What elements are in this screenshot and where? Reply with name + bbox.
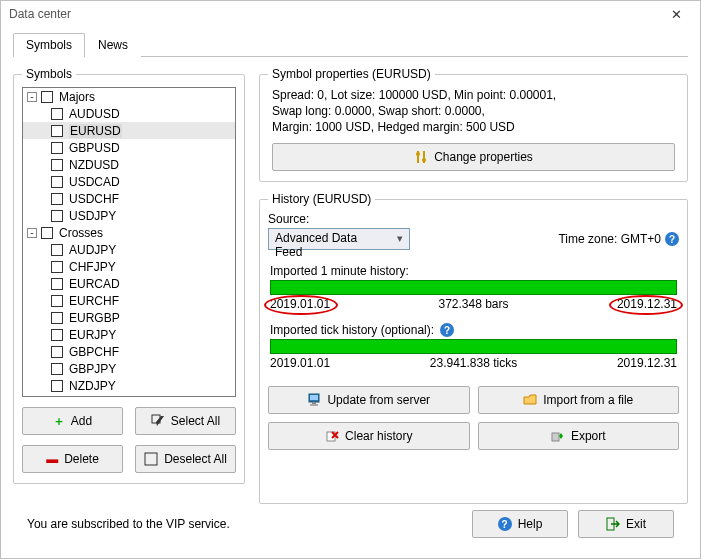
tree-symbol[interactable]: AUDJPY	[23, 241, 235, 258]
tree-checkbox[interactable]	[51, 108, 63, 120]
clear-icon	[325, 429, 339, 443]
help-button[interactable]: ? Help	[472, 510, 568, 538]
history-body: Source: Advanced Data Feed Time zone: GM…	[268, 212, 679, 450]
symbol-buttons-row1: ＋ Add Select All	[22, 407, 236, 435]
tree-label: NZDUSD	[69, 158, 119, 172]
help-icon[interactable]: ?	[665, 232, 679, 246]
tree-checkbox[interactable]	[51, 125, 63, 137]
tree-label: Majors	[59, 90, 95, 104]
minute-history-block: Imported 1 minute history: 2019.01.01 37…	[270, 264, 677, 311]
server-icon	[307, 393, 321, 407]
window-controls: ✕	[656, 4, 696, 24]
tree-symbol[interactable]: EURGBP	[23, 309, 235, 326]
help-icon[interactable]: ?	[440, 323, 454, 337]
tree-symbol[interactable]: EURJPY	[23, 326, 235, 343]
deselect-all-button[interactable]: Deselect All	[135, 445, 236, 473]
window: Data center ✕ Symbols News Symbols -Majo…	[0, 0, 701, 559]
tree-checkbox[interactable]	[51, 346, 63, 358]
add-button[interactable]: ＋ Add	[22, 407, 123, 435]
tree-checkbox[interactable]	[51, 193, 63, 205]
tree-group[interactable]: -Crypto	[23, 394, 235, 397]
close-button[interactable]: ✕	[656, 4, 696, 24]
update-from-server-button[interactable]: Update from server	[268, 386, 470, 414]
minute-history-bar	[270, 280, 677, 295]
tree-symbol[interactable]: GBPJPY	[23, 360, 235, 377]
import-from-file-button[interactable]: Import from a file	[478, 386, 680, 414]
tick-to: 2019.12.31	[617, 356, 677, 370]
tree-symbol[interactable]: EURUSD	[23, 122, 235, 139]
clear-history-button[interactable]: Clear history	[268, 422, 470, 450]
tree-symbol[interactable]: EURCAD	[23, 275, 235, 292]
svg-point-5	[422, 158, 426, 162]
tick-history-labels: 2019.01.01 23.941.838 ticks 2019.12.31	[270, 356, 677, 370]
tree-label: GBPCHF	[69, 345, 119, 359]
tab-news[interactable]: News	[85, 33, 141, 57]
svg-rect-9	[310, 404, 318, 406]
tree-group[interactable]: -Crosses	[23, 224, 235, 241]
tree-checkbox[interactable]	[51, 159, 63, 171]
tree-symbol[interactable]: NZDUSD	[23, 156, 235, 173]
tree-checkbox[interactable]	[51, 244, 63, 256]
plus-icon: ＋	[53, 413, 65, 430]
tree-checkbox[interactable]	[51, 261, 63, 273]
tree-symbol[interactable]: EURCHF	[23, 292, 235, 309]
symbol-buttons-row2: ▬ Delete Deselect All	[22, 445, 236, 473]
tree-symbol[interactable]: AUDUSD	[23, 105, 235, 122]
symbol-properties-group: Symbol properties (EURUSD) Spread: 0, Lo…	[259, 67, 688, 182]
exit-icon	[606, 517, 620, 531]
tab-symbols[interactable]: Symbols	[13, 33, 85, 57]
tree-label: USDCHF	[69, 192, 119, 206]
tree-label: Crypto	[59, 396, 94, 398]
tree-group[interactable]: -Majors	[23, 88, 235, 105]
history-legend: History (EURUSD)	[268, 192, 375, 206]
tree-checkbox[interactable]	[51, 295, 63, 307]
select-all-icon	[151, 414, 165, 428]
tree-label: EURJPY	[69, 328, 116, 342]
footer: You are subscribed to the VIP service. ?…	[13, 504, 688, 548]
symbols-legend: Symbols	[22, 67, 76, 81]
content: Symbols News Symbols -MajorsAUDUSDEURUSD…	[1, 27, 700, 558]
tree-symbol[interactable]: GBPUSD	[23, 139, 235, 156]
timezone-label: Time zone: GMT+0 ?	[558, 232, 679, 246]
tree-checkbox[interactable]	[51, 380, 63, 392]
symbols-tree[interactable]: -MajorsAUDUSDEURUSDGBPUSDNZDUSDUSDCADUSD…	[22, 87, 236, 397]
change-properties-button[interactable]: Change properties	[272, 143, 675, 171]
minute-from: 2019.01.01	[270, 297, 330, 311]
select-all-button[interactable]: Select All	[135, 407, 236, 435]
tree-label: USDCAD	[69, 175, 120, 189]
titlebar: Data center ✕	[1, 1, 700, 27]
tree-checkbox[interactable]	[51, 363, 63, 375]
delete-button[interactable]: ▬ Delete	[22, 445, 123, 473]
history-buttons: Update from server Import from a file	[268, 386, 679, 450]
source-select[interactable]: Advanced Data Feed	[268, 228, 410, 250]
tree-checkbox[interactable]	[51, 312, 63, 324]
deselect-all-icon	[144, 452, 158, 466]
export-button[interactable]: Export	[478, 422, 680, 450]
tree-checkbox[interactable]	[41, 227, 53, 239]
left-column: Symbols -MajorsAUDUSDEURUSDGBPUSDNZDUSDU…	[13, 67, 245, 504]
symbol-properties-text: Spread: 0, Lot size: 100000 USD, Min poi…	[268, 87, 679, 135]
tree-symbol[interactable]: NZDJPY	[23, 377, 235, 394]
tree-checkbox[interactable]	[51, 329, 63, 341]
tree-checkbox[interactable]	[51, 176, 63, 188]
tree-symbol[interactable]: USDCHF	[23, 190, 235, 207]
tree-symbol[interactable]: USDJPY	[23, 207, 235, 224]
tree-checkbox[interactable]	[51, 278, 63, 290]
tree-symbol[interactable]: CHFJPY	[23, 258, 235, 275]
tree-checkbox[interactable]	[41, 397, 53, 398]
tree-expander-icon[interactable]: -	[27, 228, 37, 238]
exit-button[interactable]: Exit	[578, 510, 674, 538]
tree-symbol[interactable]: USDCAD	[23, 173, 235, 190]
tree-expander-icon[interactable]: -	[27, 92, 37, 102]
tree-checkbox[interactable]	[51, 210, 63, 222]
tree-label: CHFJPY	[69, 260, 116, 274]
export-icon	[551, 429, 565, 443]
tree-checkbox[interactable]	[51, 142, 63, 154]
tree-symbol[interactable]: GBPCHF	[23, 343, 235, 360]
tree-checkbox[interactable]	[41, 91, 53, 103]
folder-open-icon	[523, 393, 537, 407]
tree-label: EURUSD	[69, 124, 122, 138]
minute-stats: 372.348 bars	[438, 297, 508, 311]
history-group: History (EURUSD) Source: Advanced Data F…	[259, 192, 688, 504]
right-column: Symbol properties (EURUSD) Spread: 0, Lo…	[259, 67, 688, 504]
